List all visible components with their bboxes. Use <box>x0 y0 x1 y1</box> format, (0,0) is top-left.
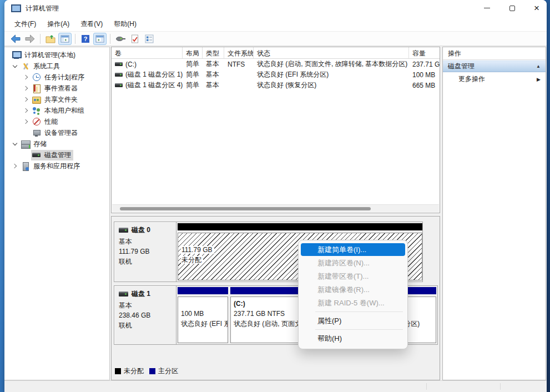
maximize-button[interactable] <box>502 0 523 16</box>
tree-item-content: 任务计划程序 <box>31 72 87 83</box>
check-list-icon[interactable] <box>143 33 156 45</box>
volume-cell: 237.71 GB <box>409 61 440 68</box>
menu-item-new-simple-volume[interactable]: 新建简单卷(I)... <box>301 243 405 256</box>
console-tree-pane: 计算机管理(本地)系统工具任务计划程序事件查看器共享文件夹本地用户和组性能设备管… <box>4 47 110 380</box>
tree-item-label: 任务计划程序 <box>44 73 84 82</box>
scrollbar-thumb[interactable] <box>120 207 371 210</box>
tree-item-content: 本地用户和组 <box>31 105 87 116</box>
disk-name: 磁盘 0 <box>132 225 150 235</box>
disk-name: 磁盘 1 <box>132 289 150 299</box>
action-pane-icon[interactable] <box>93 33 107 45</box>
more-actions-item[interactable]: 更多操作 ▶ <box>443 72 546 86</box>
partition-color-strip <box>178 287 228 294</box>
toolbar-separator <box>110 34 110 44</box>
partition-legend: 未分配主分区 <box>115 366 178 376</box>
horizontal-scrollbar[interactable] <box>112 204 439 212</box>
storage-icon <box>21 140 31 148</box>
devices-icon <box>32 129 42 137</box>
menu-separator <box>315 329 403 330</box>
chevron-down-icon[interactable] <box>10 62 20 71</box>
menu-help[interactable]: 帮助(H) <box>108 17 142 31</box>
minimize-button[interactable] <box>476 0 497 16</box>
legend-label: 主分区 <box>158 366 178 376</box>
shared-folders-icon <box>32 96 42 104</box>
menu-file[interactable]: 文件(F) <box>9 17 42 31</box>
volume-row[interactable]: (磁盘 1 磁盘分区 4)简单基本状态良好 (恢复分区)665 MB <box>112 80 440 91</box>
disk-info-line: 111.79 GB <box>119 247 176 257</box>
disk-icon <box>119 228 128 233</box>
volume-cell: 基本 <box>203 70 224 79</box>
chevron-right-icon[interactable] <box>21 117 31 126</box>
up-folder-icon[interactable] <box>44 33 57 45</box>
tree-item-label: 磁盘管理 <box>44 150 71 160</box>
volume-cell: (磁盘 1 磁盘分区 1) <box>112 70 183 79</box>
partition-context-menu: 新建简单卷(I)...新建跨区卷(N)...新建带区卷(T)...新建镜像卷(R… <box>298 240 408 349</box>
tools-icon <box>21 62 31 71</box>
sidebar-item-device-manager[interactable]: 设备管理器 <box>4 127 109 138</box>
tree-item-content: 事件查看器 <box>31 83 80 94</box>
tree-item-label: 本地用户和组 <box>44 106 84 115</box>
column-header-4[interactable]: 状态 <box>254 47 409 58</box>
console-tree-icon[interactable] <box>58 33 72 45</box>
column-header-2[interactable]: 类型 <box>203 47 224 58</box>
actions-group-disk-management[interactable]: 磁盘管理 ▲ <box>443 61 546 72</box>
sidebar-item-task-scheduler[interactable]: 任务计划程序 <box>4 72 109 83</box>
close-button[interactable]: × <box>526 0 547 16</box>
volume-cell: 简单 <box>183 81 203 90</box>
volume-row[interactable]: (C:)简单基本NTFS状态良好 (启动, 页面文件, 故障转储, 基本数据分区… <box>112 59 440 69</box>
volume-cell: 基本 <box>203 81 224 90</box>
help-icon[interactable]: ? <box>79 33 92 45</box>
menu-separator <box>315 311 403 312</box>
validate-doc-icon[interactable] <box>128 33 142 45</box>
tree-item-label: 设备管理器 <box>44 128 78 138</box>
sidebar-item-event-viewer[interactable]: 事件查看器 <box>4 83 109 94</box>
menu-bar: 文件(F)操作(A)查看(V)帮助(H) <box>4 17 547 31</box>
volume-row[interactable]: (磁盘 1 磁盘分区 1)简单基本状态良好 (EFI 系统分区)100 MB <box>112 69 440 80</box>
sidebar-item-shared-folders[interactable]: 共享文件夹 <box>4 94 109 105</box>
console-scope-icon[interactable] <box>114 33 127 45</box>
menu-view[interactable]: 查看(V) <box>75 17 108 31</box>
tree-item-label: 共享文件夹 <box>44 95 78 104</box>
disk-info-line: 238.46 GB <box>119 310 176 320</box>
forward-icon[interactable] <box>23 33 37 45</box>
menu-action[interactable]: 操作(A) <box>42 17 75 31</box>
chevron-down-icon[interactable] <box>10 139 20 148</box>
menu-item-help[interactable]: 帮助(H) <box>301 332 405 345</box>
sidebar-item-system-tools[interactable]: 系统工具 <box>4 61 109 72</box>
menu-item-new-striped-volume: 新建带区卷(T)... <box>301 270 405 283</box>
partition-efi[interactable]: 100 MB状态良好 (EFI 系统分区) <box>178 287 228 343</box>
users-icon <box>32 107 42 115</box>
volume-icon <box>115 83 123 87</box>
sidebar-item-services-apps[interactable]: 服务和应用程序 <box>4 160 109 172</box>
tree-item-label: 系统工具 <box>33 62 60 71</box>
tree-item-content: 存储 <box>20 139 49 149</box>
toolbar: ? <box>4 31 547 46</box>
sidebar-item-performance[interactable]: 性能 <box>4 116 109 127</box>
back-icon[interactable] <box>9 33 22 45</box>
chevron-right-icon[interactable] <box>21 106 31 115</box>
tree-item-content: 设备管理器 <box>31 128 80 138</box>
menu-item-properties[interactable]: 属性(P) <box>301 314 405 327</box>
column-header-0[interactable]: 卷 <box>112 47 183 58</box>
volume-list-header: 卷布局类型文件系统状态容量 <box>112 47 440 59</box>
partition-body[interactable]: 100 MB状态良好 (EFI 系统分区) <box>178 296 228 343</box>
expander-spacer <box>21 150 31 159</box>
column-header-1[interactable]: 布局 <box>183 47 203 58</box>
sidebar-item-computer-management-local[interactable]: 计算机管理(本地) <box>4 49 109 61</box>
sidebar-item-disk-management[interactable]: 磁盘管理 <box>4 149 109 160</box>
disk-0-info-box[interactable]: 磁盘 0基本111.79 GB联机 <box>114 222 176 282</box>
sidebar-item-local-users-groups[interactable]: 本地用户和组 <box>4 105 109 116</box>
volume-list-rows: (C:)简单基本NTFS状态良好 (启动, 页面文件, 故障转储, 基本数据分区… <box>112 59 440 91</box>
sidebar-item-storage[interactable]: 存储 <box>4 138 109 149</box>
status-bar <box>4 380 547 392</box>
volume-cell: 状态良好 (恢复分区) <box>254 81 409 90</box>
chevron-right-icon[interactable] <box>21 84 31 93</box>
column-header-3[interactable]: 文件系统 <box>224 47 254 58</box>
chevron-right-icon[interactable] <box>21 95 31 104</box>
disk-1-info-box[interactable]: 磁盘 1基本238.46 GB联机 <box>114 286 176 344</box>
chevron-right-icon[interactable] <box>10 162 20 170</box>
collapse-arrow-icon[interactable]: ▲ <box>536 64 541 69</box>
chevron-right-icon[interactable] <box>21 73 31 82</box>
disk-info-line: 基本 <box>119 237 176 247</box>
column-header-5[interactable]: 容量 <box>409 47 440 58</box>
